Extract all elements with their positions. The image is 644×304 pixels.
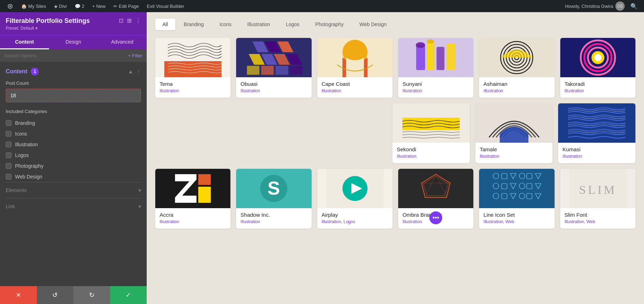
cat-slimfont[interactable]: Illustration, Web [565,219,631,224]
section-title: Content [6,68,27,75]
category-item-photography[interactable]: Photography [6,161,141,171]
new-button[interactable]: + New [89,0,109,12]
svg-rect-11 [261,66,274,75]
cat-kumasi[interactable]: Illustration [562,154,631,159]
undo-button[interactable]: ↺ [37,286,74,304]
panel-header: Filterable Portfolio Settings Preset: De… [0,12,147,35]
filter-tab-illustration[interactable]: Illustration [240,19,277,30]
category-name-logos: Logos [15,152,29,158]
portfolio-item-obuasi[interactable]: Obuasi Illustration [236,38,311,98]
portfolio-item-slimfont[interactable]: SLIM Slim Font Illustration, Web [560,169,635,229]
cat-tamale[interactable]: Illustration [480,154,548,159]
category-item-logos[interactable]: Logos [6,150,141,161]
cat-tema[interactable]: Illustration [160,88,226,93]
portfolio-item-airplay[interactable]: Airplay Illustration, Logos [317,169,392,229]
elements-header[interactable]: Elements ▾ [6,187,141,193]
filter-tabs: All Branding Icons Illustration Logos Ph… [147,12,644,35]
thumb-ombra [398,169,473,208]
name-kumasi: Kumasi [562,146,631,152]
cat-sekondi[interactable]: Illustration [397,154,465,159]
name-accra: Accra [160,212,226,218]
post-count-input[interactable] [6,89,141,102]
link-header[interactable]: Link ▾ [6,204,141,209]
svg-rect-1 [164,61,221,77]
name-obuasi: Obuasi [240,81,307,87]
filter-tab-all[interactable]: All [155,19,175,30]
thumb-takoradi [560,38,635,77]
portfolio-item-takoradi[interactable]: Takoradi Illustration [560,38,635,98]
cat-ashaiman[interactable]: Illustration [483,88,550,93]
portfolio-item-lineiconset[interactable]: Line Icon Set Illustration, Web [479,169,554,229]
filter-tab-photography[interactable]: Photography [308,19,351,30]
portfolio-item-shadowinc[interactable]: S Shadow Inc. Illustration [236,169,311,229]
portfolio-item-kumasi[interactable]: Kumasi Illustration [558,103,635,163]
tab-design[interactable]: Design [49,35,98,49]
cat-takoradi[interactable]: Illustration [565,88,631,93]
cat-accra[interactable]: Illustration [160,219,226,224]
divi-button[interactable]: ◈ Divi [50,0,70,12]
filter-tab-branding[interactable]: Branding [177,19,211,30]
search-input[interactable] [4,53,125,58]
filter-tab-logos[interactable]: Logos [279,19,307,30]
category-item-icons[interactable]: Icons [6,128,141,139]
cat-airplay[interactable]: Illustration, Logos [322,219,388,224]
cancel-button[interactable]: ✕ [0,286,37,304]
collapse-icon[interactable]: ▲ [128,69,133,74]
cat-sunyani[interactable]: Illustration [402,88,469,93]
new-label: + New [92,4,106,9]
tab-content[interactable]: Content [0,35,49,49]
grid-row-2: Sekondi Illustration [155,103,635,163]
user-menu[interactable]: Howdy, Christina Gwira CG [565,1,625,11]
more-options-button[interactable]: ••• [429,211,442,224]
save-button[interactable]: ✓ [110,286,147,304]
tab-advanced[interactable]: Advanced [98,35,147,49]
info-accra: Accra Illustration [155,208,230,229]
elements-chevron: ▾ [138,187,141,193]
responsive-icon[interactable]: ⊡ [119,17,123,24]
content-badge: 1 [31,68,39,75]
portfolio-item-tamale[interactable]: Tamale Illustration [475,103,553,163]
checkbox-illustration[interactable] [6,142,11,147]
portfolio-item-sunyani[interactable]: Sunyani Illustration [398,38,473,98]
cat-obuasi[interactable]: Illustration [240,88,307,93]
portfolio-item-capecoast[interactable]: Cape Coast Illustration [317,38,392,98]
portfolio-item-ashaiman[interactable]: Ashaiman Illustration [479,38,554,98]
portfolio-item-ombra[interactable]: ••• Ombra Branding Illustration [398,169,473,229]
cat-shadowinc[interactable]: Illustration [240,219,307,224]
category-item-webdesign[interactable]: Web Design [6,171,141,182]
name-ashaiman: Ashaiman [483,81,550,87]
filter-tab-icons[interactable]: Icons [213,19,239,30]
edit-page-button[interactable]: ✏ Edit Page [110,0,142,12]
grid-icon[interactable]: ⊞ [127,17,132,24]
main-layout: Filterable Portfolio Settings Preset: De… [0,12,644,304]
cat-lineiconset[interactable]: Illustration, Web [483,219,550,224]
wp-logo-button[interactable]: ⊛ [4,0,17,12]
portfolio-item-sekondi[interactable]: Sekondi Illustration [392,103,470,163]
checkbox-branding[interactable] [6,120,11,126]
exit-builder-button[interactable]: Exit Visual Builder [143,0,188,12]
thumb-shadow: S [236,169,311,208]
search-icon[interactable]: 🔍 [628,3,640,10]
portfolio-item-tema[interactable]: Tema Illustration [155,38,230,98]
more-icon[interactable]: ⋮ [135,17,141,24]
cat-capecoast[interactable]: Illustration [322,88,388,93]
my-sites-button[interactable]: 🏠 My Sites [18,0,50,12]
svg-rect-42 [198,187,211,203]
checkbox-photography[interactable] [6,163,11,169]
info-ashaiman: Ashaiman Illustration [479,77,554,98]
checkbox-logos[interactable] [6,152,11,158]
category-item-illustration[interactable]: Illustration [6,139,141,150]
redo-button[interactable]: ↻ [73,286,110,304]
filter-tab-webdesign[interactable]: Web Design [352,19,394,30]
options-icon[interactable]: ⋮ [136,69,141,74]
checkbox-webdesign[interactable] [6,174,11,180]
preset-selector[interactable]: Preset: Default ▾ [6,26,90,31]
svg-rect-10 [247,66,259,75]
svg-rect-18 [427,41,434,70]
wp-icon: ⊛ [7,2,13,10]
checkbox-icons[interactable] [6,131,11,137]
category-item-branding[interactable]: Branding [6,118,141,128]
comments-button[interactable]: 💬 2 [71,0,88,12]
portfolio-item-accra[interactable]: Accra Illustration [155,169,230,229]
filter-button[interactable]: + Filter [128,53,142,58]
